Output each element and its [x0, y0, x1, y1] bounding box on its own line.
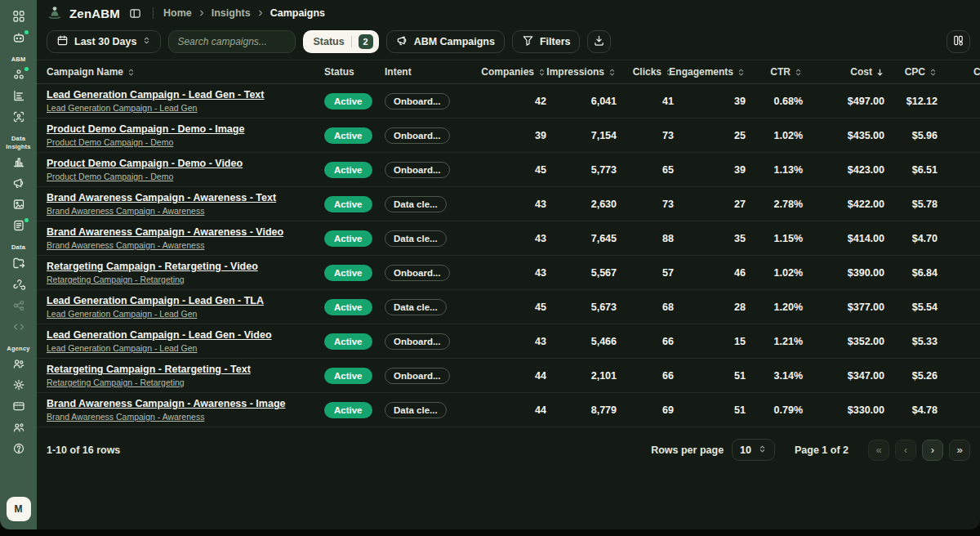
next-page-button[interactable]: › — [922, 440, 943, 461]
column-header-clicks[interactable]: Clicks — [617, 66, 674, 78]
campaign-link[interactable]: Product Demo Campaign - Demo - Image — [47, 123, 324, 135]
sidebar-item-user-scan[interactable] — [7, 108, 30, 129]
column-header-impressions[interactable]: Impressions — [546, 66, 617, 78]
column-header-cost[interactable]: Cost — [803, 66, 884, 78]
sidebar-item-code[interactable] — [7, 318, 30, 339]
cpc-value: $5.26 — [884, 370, 938, 382]
last-page-button[interactable]: » — [949, 440, 970, 461]
first-page-button[interactable]: « — [868, 440, 889, 461]
campaign-link[interactable]: Lead Generation Campaign - Lead Gen - Te… — [47, 89, 324, 100]
sidebar-item-image[interactable] — [7, 195, 30, 217]
campaign-group-link[interactable]: Product Demo Campaign - Demo — [47, 137, 324, 147]
sidebar-item-settings[interactable] — [7, 376, 30, 397]
campaign-name-cell: Lead Generation Campaign - Lead Gen - Te… — [47, 89, 324, 113]
cost-value: $422.00 — [803, 199, 884, 210]
column-header-engagements[interactable]: Engagements — [674, 66, 746, 78]
campaign-link[interactable]: Brand Awareness Campaign - Awareness - I… — [47, 398, 324, 409]
rows-per-page-select[interactable]: 10 — [732, 439, 775, 461]
campaign-group-link[interactable]: Brand Awareness Campaign - Awareness — [47, 206, 324, 216]
rows-per-page: Rows per page 10 — [651, 439, 775, 461]
status-filter-count-badge: 2 — [359, 34, 373, 49]
user-scan-icon — [12, 110, 25, 127]
campaign-link[interactable]: Lead Generation Campaign - Lead Gen - TL… — [47, 295, 324, 306]
breadcrumb-campaigns: Campaigns — [270, 7, 325, 19]
clicks-value: 73 — [617, 199, 674, 210]
ctr-value: 1.20% — [746, 302, 803, 313]
sidebar-item-billing[interactable] — [7, 397, 30, 418]
intent-pill[interactable]: Data cle... — [385, 299, 447, 315]
breadcrumb: Home Insights Campaigns — [163, 7, 325, 19]
campaign-group-link[interactable]: Retargeting Campaign - Retargeting — [47, 275, 324, 284]
sidebar-item-help[interactable] — [7, 440, 30, 461]
column-header-ctr[interactable]: CTR — [746, 66, 803, 78]
filters-button[interactable]: Filters — [512, 30, 581, 53]
engagements-value: 39 — [674, 96, 746, 107]
column-header-campaign-name[interactable]: Campaign Name — [47, 66, 324, 78]
intent-pill[interactable]: Onboard... — [385, 368, 450, 384]
column-settings-button[interactable] — [947, 30, 970, 53]
campaign-link[interactable]: Brand Awareness Campaign - Awareness - V… — [47, 226, 324, 238]
sidebar-section-label: Data Insights — [0, 135, 37, 150]
intent-pill[interactable]: Data cle... — [385, 402, 447, 418]
sidebar-item-bot[interactable] — [7, 29, 30, 50]
previous-page-button[interactable]: ‹ — [895, 440, 916, 461]
intent-pill[interactable]: Onboard... — [385, 127, 450, 144]
campaign-link[interactable]: Retargeting Campaign - Retargeting - Tex… — [47, 364, 324, 375]
campaign-group-link[interactable]: Lead Generation Campaign - Lead Gen — [47, 309, 324, 319]
campaign-link[interactable]: Brand Awareness Campaign - Awareness - T… — [47, 192, 324, 203]
intent-pill[interactable]: Onboard... — [385, 93, 450, 109]
campaign-group-link[interactable]: Brand Awareness Campaign - Awareness — [47, 240, 324, 250]
status-badge: Active — [324, 402, 372, 418]
status-cell: Active — [324, 127, 385, 144]
sidebar-item-users[interactable] — [7, 355, 30, 376]
sidebar-item-bar-chart[interactable] — [7, 153, 30, 174]
export-download-button[interactable] — [587, 30, 611, 53]
cpc-value: $6.84 — [884, 267, 938, 279]
status-filter-chip[interactable]: Status 2 — [303, 30, 378, 53]
sidebar-item-dashboard[interactable] — [7, 7, 30, 29]
status-cell: Active — [324, 402, 385, 418]
sidebar-item-chart-list[interactable] — [7, 87, 30, 108]
sidebar-item-report[interactable] — [7, 217, 30, 238]
column-label: Cost — [850, 66, 872, 78]
breadcrumb-insights[interactable]: Insights — [212, 7, 251, 19]
sidebar-item-folder-export[interactable] — [7, 254, 30, 275]
campaign-group-link[interactable]: Lead Generation Campaign - Lead Gen — [47, 343, 324, 353]
campaign-group-link[interactable]: Lead Generation Campaign - Lead Gen — [47, 103, 324, 113]
campaign-group-link[interactable]: Retargeting Campaign - Retargeting — [47, 377, 324, 387]
column-header-cpc[interactable]: CPC — [884, 66, 938, 78]
status-badge: Active — [324, 230, 372, 247]
sidebar-item-megaphone[interactable] — [7, 174, 30, 195]
intent-pill[interactable]: Data cle... — [385, 230, 447, 247]
intent-pill[interactable]: Onboard... — [385, 265, 450, 281]
search-input[interactable] — [168, 30, 296, 53]
intent-cell: Onboard... — [385, 265, 471, 281]
companies-value: 39 — [471, 130, 546, 141]
sidebar-toggle-icon[interactable] — [127, 5, 143, 21]
campaign-link[interactable]: Product Demo Campaign - Demo - Video — [47, 158, 324, 169]
sidebar-item-webhook[interactable] — [7, 275, 30, 297]
sidebar-item-team[interactable] — [7, 418, 30, 440]
notification-dot — [24, 218, 29, 222]
notification-dot — [24, 67, 29, 71]
intent-pill[interactable]: Onboard... — [385, 162, 450, 178]
date-range-picker[interactable]: Last 30 Days — [47, 30, 161, 53]
intent-pill[interactable]: Data cle... — [385, 196, 447, 212]
breadcrumb-home[interactable]: Home — [163, 7, 192, 19]
cpc-value: $5.96 — [884, 130, 938, 141]
user-avatar[interactable]: M — [7, 497, 31, 521]
sidebar-item-cluster[interactable] — [7, 65, 30, 87]
engagements-value: 27 — [674, 199, 746, 210]
column-header-companies[interactable]: Companies — [471, 66, 546, 78]
campaign-link[interactable]: Lead Generation Campaign - Lead Gen - Vi… — [47, 329, 324, 341]
cpc-value: $4.78 — [884, 404, 938, 416]
campaign-link[interactable]: Retargeting Campaign - Retargeting - Vid… — [47, 261, 324, 272]
campaign-group-link[interactable]: Brand Awareness Campaign - Awareness — [47, 412, 324, 422]
status-cell: Active — [324, 333, 385, 350]
campaign-group-link[interactable]: Product Demo Campaign - Demo — [47, 172, 324, 181]
abm-campaigns-button[interactable]: ABM Campaigns — [386, 30, 505, 53]
clicks-value: 41 — [617, 96, 674, 107]
intent-pill[interactable]: Onboard... — [385, 333, 450, 350]
ctr-value: 1.02% — [746, 130, 803, 141]
sidebar-item-share-nodes[interactable] — [7, 297, 30, 318]
